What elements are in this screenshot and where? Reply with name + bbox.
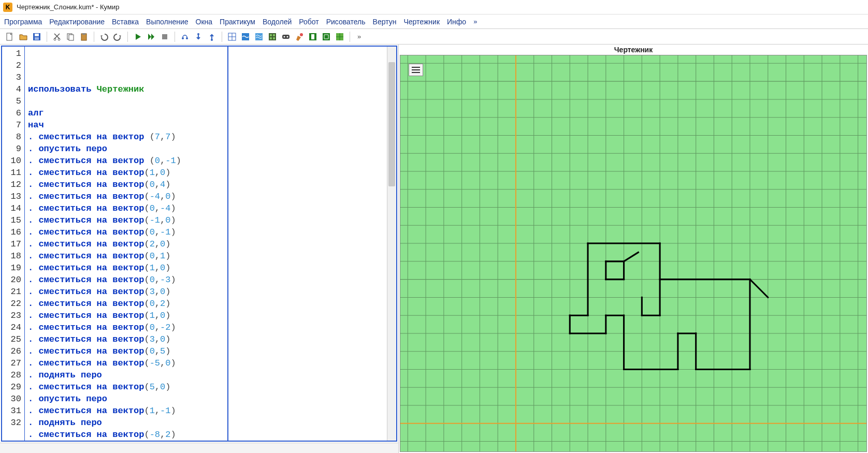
svg-point-26 xyxy=(287,36,288,37)
save-file-icon[interactable] xyxy=(31,31,42,42)
code-line[interactable]: . сместиться на вектор(3,0) xyxy=(28,333,384,345)
menu-Вертун[interactable]: Вертун xyxy=(373,18,397,26)
menu-Водолей[interactable]: Водолей xyxy=(263,18,292,26)
code-line[interactable]: . сместиться на вектор(-8,2) xyxy=(28,429,384,441)
tool-painter-icon[interactable] xyxy=(294,31,305,42)
svg-point-25 xyxy=(284,36,285,37)
menu-Чертежник[interactable]: Чертежник xyxy=(403,18,440,26)
scroll-thumb[interactable] xyxy=(388,62,395,186)
code-line[interactable]: . поднять перо xyxy=(28,417,384,429)
tool-robot-icon[interactable] xyxy=(267,31,278,42)
svg-point-14 xyxy=(197,33,199,35)
code-line[interactable]: . сместиться на вектор(1,0) xyxy=(28,167,384,179)
tool-green3-icon[interactable] xyxy=(334,31,345,42)
menu-Практикум[interactable]: Практикум xyxy=(220,18,255,26)
code-line[interactable]: . сместиться на вектор(0,2) xyxy=(28,298,384,310)
menu-Робот[interactable]: Робот xyxy=(299,18,319,26)
code-line[interactable]: . сместиться на вектор(0,-2) xyxy=(28,322,384,333)
svg-rect-22 xyxy=(270,37,272,39)
menu-Инфо[interactable]: Инфо xyxy=(447,18,466,26)
svg-rect-10 xyxy=(82,33,85,35)
svg-rect-11 xyxy=(162,34,167,39)
toolbar-separator xyxy=(94,32,94,42)
stop-icon[interactable] xyxy=(159,31,170,42)
svg-rect-3 xyxy=(35,34,39,36)
code-line[interactable]: алг xyxy=(28,107,384,119)
code-line[interactable]: . сместиться на вектор(-4,0) xyxy=(28,191,384,202)
svg-rect-21 xyxy=(273,34,275,36)
tool-green2-icon[interactable] xyxy=(321,31,332,42)
code-area[interactable]: использовать Чертежник алгнач. сместитьс… xyxy=(25,47,387,441)
svg-rect-8 xyxy=(69,35,74,40)
svg-rect-23 xyxy=(273,37,275,39)
menu-Выполнение[interactable]: Выполнение xyxy=(146,18,188,26)
code-line[interactable]: . сместиться на вектор(0,5) xyxy=(28,345,384,357)
code-line[interactable]: . сместиться на вектор(-5,0) xyxy=(28,357,384,369)
new-file-icon[interactable] xyxy=(4,31,16,42)
code-line[interactable]: . сместиться на вектор(3,0) xyxy=(28,286,384,298)
svg-rect-4 xyxy=(35,37,39,40)
editor-split[interactable] xyxy=(227,47,228,441)
canvas-menu-button[interactable] xyxy=(409,64,423,76)
code-line[interactable]: . сместиться на вектор(2,0) xyxy=(28,238,384,250)
code-line[interactable]: . сместиться на вектор(0,-3) xyxy=(28,274,384,286)
code-line[interactable]: . сместиться на вектор (7,7) xyxy=(28,131,384,143)
code-line[interactable]: . сместиться на вектор(-1,0) xyxy=(28,214,384,226)
tool-vodoley-icon[interactable] xyxy=(240,31,251,42)
code-line[interactable]: . сместиться на вектор(1,0) xyxy=(28,310,384,322)
tool-green1-icon[interactable] xyxy=(307,31,319,42)
menu-more[interactable]: » xyxy=(473,18,477,25)
paste-icon[interactable] xyxy=(78,31,90,42)
code-line[interactable]: . опустить перо xyxy=(28,393,384,405)
line-gutter: 1234567891011121314151617181920212223242… xyxy=(2,47,25,441)
code-line[interactable]: нач xyxy=(28,119,384,131)
code-line[interactable]: использовать Чертежник xyxy=(28,83,384,95)
cut-icon[interactable] xyxy=(51,31,63,42)
toolbar-separator xyxy=(350,32,350,42)
canvas-title: Чертежник xyxy=(399,45,868,55)
toolbar-separator xyxy=(175,32,175,42)
canvas-pane: Чертежник xyxy=(399,45,868,453)
run-fast-icon[interactable] xyxy=(146,31,157,42)
redo-icon[interactable] xyxy=(112,31,123,42)
svg-rect-32 xyxy=(400,55,866,451)
titlebar: K Чертежник_Слоник.kum* - Кумир xyxy=(0,0,868,14)
svg-rect-30 xyxy=(323,33,330,40)
step-into-icon[interactable] xyxy=(193,31,204,42)
tool-grid-icon[interactable] xyxy=(226,31,238,42)
menu-Рисователь[interactable]: Рисователь xyxy=(326,18,366,26)
code-line[interactable]: . сместиться на вектор(0,1) xyxy=(28,250,384,262)
menu-Программа[interactable]: Программа xyxy=(4,18,42,26)
drawing-canvas[interactable] xyxy=(400,55,867,452)
toolbar-separator xyxy=(222,32,222,42)
run-icon[interactable] xyxy=(132,31,143,42)
code-line[interactable] xyxy=(28,95,384,107)
code-line[interactable]: . опустить перо xyxy=(28,441,384,442)
step-over-icon[interactable] xyxy=(179,31,191,42)
main-area: 1234567891011121314151617181920212223242… xyxy=(0,45,868,453)
menu-Окна[interactable]: Окна xyxy=(196,18,213,26)
code-line[interactable]: . сместиться на вектор (0,-1) xyxy=(28,155,384,167)
code-line[interactable]: . сместиться на вектор(1,-1) xyxy=(28,405,384,417)
code-line[interactable]: . сместиться на вектор(0,4) xyxy=(28,179,384,191)
code-line[interactable]: . сместиться на вектор(0,-1) xyxy=(28,226,384,238)
undo-icon[interactable] xyxy=(98,31,110,42)
step-out-icon[interactable] xyxy=(206,31,218,42)
open-file-icon[interactable] xyxy=(18,31,29,42)
code-line[interactable]: . сместиться на вектор(1,0) xyxy=(28,262,384,274)
copy-icon[interactable] xyxy=(65,31,76,42)
code-line[interactable]: . опустить перо xyxy=(28,143,384,155)
code-line[interactable]: . сместиться на вектор(5,0) xyxy=(28,381,384,393)
editor-vscroll[interactable] xyxy=(387,47,396,441)
svg-rect-29 xyxy=(311,34,314,39)
tool-game-icon[interactable] xyxy=(280,31,292,42)
menu-Редактирование[interactable]: Редактирование xyxy=(49,18,105,26)
code-editor[interactable]: 1234567891011121314151617181920212223242… xyxy=(1,46,397,442)
tool-vodoley2-icon[interactable] xyxy=(253,31,265,42)
toolbar-more[interactable]: » xyxy=(354,33,364,40)
code-line[interactable]: . поднять перо xyxy=(28,369,384,381)
code-line[interactable]: . сместиться на вектор(0,-4) xyxy=(28,202,384,214)
menu-Вставка[interactable]: Вставка xyxy=(112,18,139,26)
svg-point-15 xyxy=(211,39,213,41)
editor-pane: 1234567891011121314151617181920212223242… xyxy=(0,45,399,453)
